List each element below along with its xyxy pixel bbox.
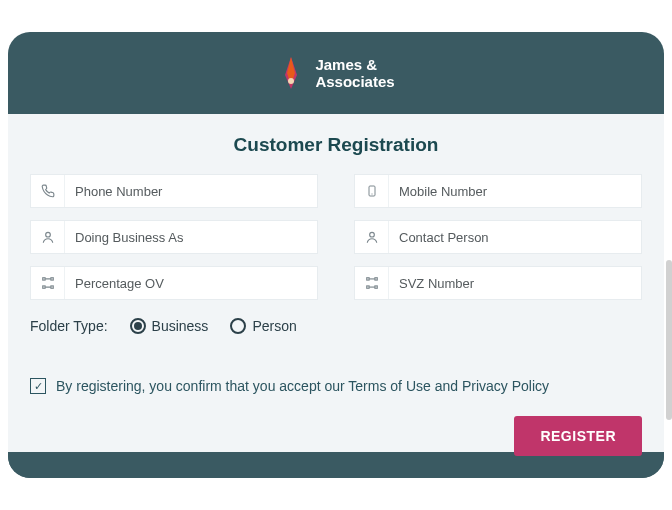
svg-rect-12 [374, 278, 376, 280]
percentage-input[interactable] [65, 267, 317, 299]
radio-business-label: Business [152, 318, 209, 334]
radio-business[interactable]: Business [130, 318, 209, 334]
svg-rect-13 [366, 286, 368, 288]
person-icon [355, 221, 389, 253]
brand-name: James & Associates [315, 56, 394, 91]
consent-checkbox[interactable]: ✓ [30, 378, 46, 394]
svg-rect-6 [50, 278, 52, 280]
brand-logo-icon [277, 55, 305, 91]
mobile-icon [355, 175, 389, 207]
radio-icon [230, 318, 246, 334]
svz-input[interactable] [389, 267, 641, 299]
svg-rect-8 [50, 286, 52, 288]
svg-rect-7 [42, 286, 44, 288]
svg-rect-14 [374, 286, 376, 288]
svg-point-0 [288, 78, 294, 84]
register-button[interactable]: REGISTER [514, 416, 642, 456]
registration-panel: Customer Registration [8, 114, 664, 452]
app-header: James & Associates [8, 32, 664, 114]
mobile-input[interactable] [389, 175, 641, 207]
radio-person-label: Person [252, 318, 296, 334]
phone-input[interactable] [65, 175, 317, 207]
svg-rect-5 [42, 278, 44, 280]
svg-point-3 [45, 232, 50, 237]
svz-field[interactable] [354, 266, 642, 300]
svg-rect-11 [366, 278, 368, 280]
dba-input[interactable] [65, 221, 317, 253]
phone-field[interactable] [30, 174, 318, 208]
consent-text: By registering, you confirm that you acc… [56, 378, 549, 394]
contact-field[interactable] [354, 220, 642, 254]
mobile-field[interactable] [354, 174, 642, 208]
folder-type-label: Folder Type: [30, 318, 108, 334]
dba-field[interactable] [30, 220, 318, 254]
page-title: Customer Registration [30, 134, 642, 156]
person-icon [31, 221, 65, 253]
svg-point-4 [369, 232, 374, 237]
percentage-field[interactable] [30, 266, 318, 300]
code-icon [31, 267, 65, 299]
code-icon [355, 267, 389, 299]
scrollbar-thumb[interactable] [666, 260, 672, 420]
phone-icon [31, 175, 65, 207]
radio-icon [130, 318, 146, 334]
radio-person[interactable]: Person [230, 318, 296, 334]
contact-input[interactable] [389, 221, 641, 253]
